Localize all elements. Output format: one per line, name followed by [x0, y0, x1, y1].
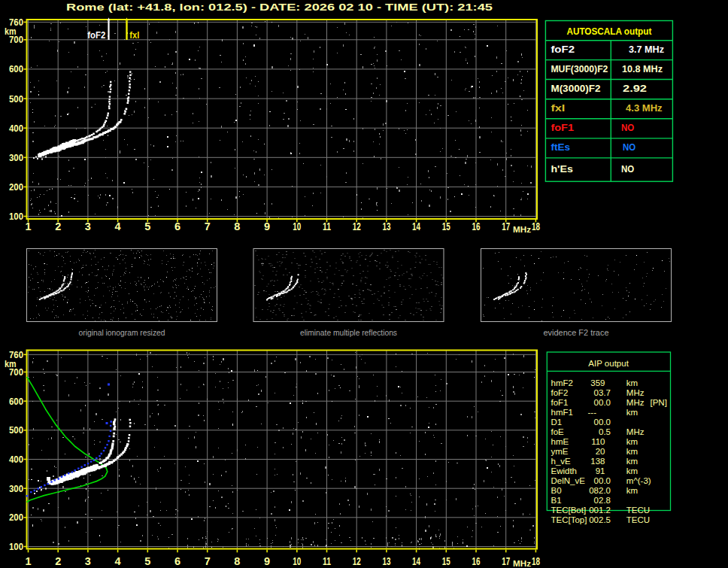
svg-text:110: 110: [591, 437, 605, 446]
svg-text:hmF2: hmF2: [551, 378, 573, 387]
svg-text:100: 100: [9, 211, 23, 222]
svg-text:03.7: 03.7: [594, 388, 611, 397]
svg-text:2.92: 2.92: [623, 83, 647, 94]
svg-text:359: 359: [590, 378, 605, 387]
svg-text:hmE: hmE: [551, 437, 569, 446]
svg-text:evidence F2 trace: evidence F2 trace: [544, 328, 609, 337]
svg-text:foF2: foF2: [87, 29, 105, 41]
svg-text:foF1: foF1: [551, 122, 574, 133]
svg-text:ftEs: ftEs: [551, 141, 570, 153]
svg-text:20: 20: [596, 447, 605, 456]
svg-text:MHz: MHz: [626, 427, 645, 436]
svg-text:02.8: 02.8: [594, 496, 611, 505]
svg-text:8: 8: [234, 555, 240, 567]
svg-text:eliminate multiple reflections: eliminate multiple reflections: [300, 328, 397, 337]
svg-text:14: 14: [412, 220, 420, 232]
svg-text:200: 200: [9, 512, 23, 523]
svg-text:00.0: 00.0: [594, 476, 611, 485]
svg-text:18: 18: [532, 555, 540, 567]
svg-text:km: km: [626, 457, 638, 466]
svg-text:1: 1: [25, 555, 31, 567]
svg-text:12: 12: [353, 555, 361, 567]
svg-text:1: 1: [25, 220, 31, 232]
svg-text:D1: D1: [551, 418, 563, 427]
svg-text:400: 400: [9, 123, 23, 134]
svg-text:m^(-3): m^(-3): [626, 476, 651, 485]
svg-text:DelN_vE: DelN_vE: [551, 476, 586, 485]
svg-text:TECU: TECU: [626, 506, 650, 515]
svg-text:foF2: foF2: [551, 44, 575, 55]
svg-text:001.2: 001.2: [589, 506, 611, 515]
svg-text:3.7 MHz: 3.7 MHz: [629, 44, 664, 55]
svg-text:15: 15: [442, 220, 450, 232]
svg-text:NO: NO: [623, 141, 635, 153]
svg-text:14: 14: [412, 555, 420, 567]
svg-text:600: 600: [9, 396, 23, 407]
svg-text:---: ---: [588, 408, 597, 417]
svg-text:h'Es: h'Es: [551, 163, 572, 175]
svg-text:2: 2: [55, 555, 61, 567]
svg-text:5: 5: [144, 555, 150, 567]
svg-text:16: 16: [472, 220, 481, 232]
svg-text:MHz: MHz: [513, 559, 532, 568]
svg-text:2: 2: [55, 220, 61, 232]
svg-text:fxI: fxI: [129, 29, 139, 41]
svg-text:km: km: [626, 447, 638, 456]
svg-text:10: 10: [293, 555, 301, 567]
svg-text:11: 11: [323, 220, 331, 232]
svg-text:082.0: 082.0: [589, 486, 611, 495]
svg-text:km: km: [626, 437, 638, 446]
svg-text:00.0: 00.0: [594, 418, 611, 427]
svg-text:TEC[Top]: TEC[Top]: [551, 515, 587, 524]
svg-text:AIP output: AIP output: [588, 359, 629, 368]
svg-text:10.8 MHz: 10.8 MHz: [622, 63, 663, 74]
svg-text:6: 6: [174, 555, 180, 567]
svg-text:12: 12: [353, 220, 361, 232]
svg-text:17: 17: [502, 220, 510, 232]
svg-text:91: 91: [596, 466, 605, 475]
svg-text:002.5: 002.5: [589, 515, 611, 524]
svg-text:3: 3: [85, 555, 91, 567]
svg-text:13: 13: [382, 220, 390, 232]
svg-text:10: 10: [293, 220, 301, 232]
svg-text:600: 600: [9, 63, 23, 74]
svg-text:7: 7: [205, 220, 211, 232]
svg-text:13: 13: [382, 555, 390, 567]
svg-text:4: 4: [115, 220, 121, 232]
svg-text:km: km: [626, 378, 638, 387]
svg-text:B0: B0: [551, 486, 562, 495]
svg-text:B1: B1: [551, 496, 562, 505]
svg-text:km: km: [5, 358, 17, 369]
svg-text:4.3 MHz: 4.3 MHz: [626, 102, 663, 114]
svg-text:km: km: [626, 408, 638, 417]
svg-text:NO: NO: [621, 122, 634, 133]
svg-text:8: 8: [234, 220, 240, 232]
svg-text:hmF1: hmF1: [551, 408, 573, 417]
svg-text:Ewidth: Ewidth: [551, 466, 578, 475]
svg-text:11: 11: [323, 555, 331, 567]
svg-text:0.5: 0.5: [599, 427, 611, 436]
svg-text:300: 300: [9, 483, 23, 494]
svg-text:300: 300: [9, 152, 23, 163]
svg-text:h_vE: h_vE: [551, 457, 572, 466]
svg-text:16: 16: [472, 555, 481, 567]
svg-text:foF1: foF1: [551, 398, 569, 407]
svg-text:foF2: foF2: [551, 388, 569, 397]
svg-text:100: 100: [9, 541, 23, 552]
svg-text:4: 4: [115, 555, 121, 567]
svg-text:9: 9: [264, 220, 270, 232]
svg-text:foE: foE: [551, 427, 565, 436]
svg-text:TECU: TECU: [626, 515, 650, 524]
svg-text:138: 138: [590, 457, 605, 466]
svg-text:Rome (lat: +41.8, lon: 012.5): Rome (lat: +41.8, lon: 012.5) - DATE: 20…: [66, 2, 493, 13]
svg-text:7: 7: [205, 555, 211, 567]
svg-text:MHz: MHz: [626, 388, 645, 397]
svg-text:km: km: [626, 466, 638, 475]
svg-text:400: 400: [9, 454, 23, 465]
svg-text:00.0: 00.0: [594, 398, 611, 407]
svg-text:500: 500: [9, 93, 23, 105]
svg-text:MHz: MHz: [626, 398, 645, 407]
svg-text:[PN]: [PN]: [651, 398, 667, 407]
svg-text:17: 17: [502, 555, 510, 567]
svg-text:3: 3: [85, 220, 91, 232]
